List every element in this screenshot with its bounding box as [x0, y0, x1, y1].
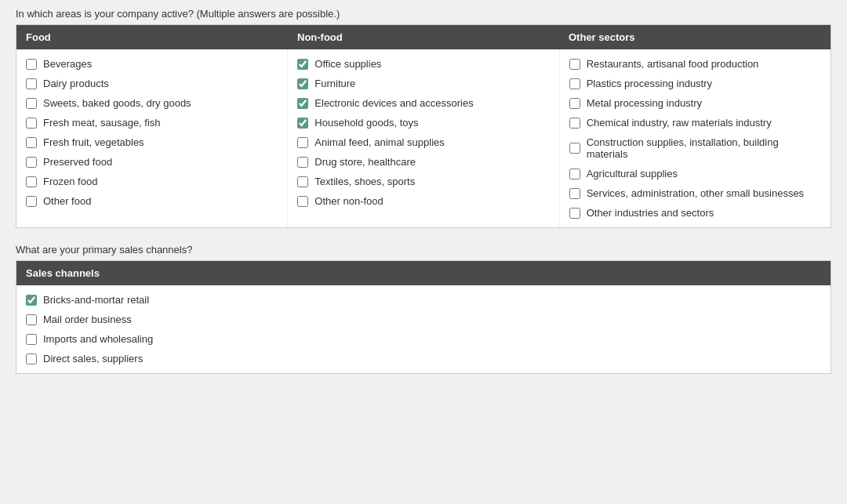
checkbox-item-animal-feed: Animal feed, animal supplies	[297, 132, 549, 152]
other-column-header: Other sectors	[559, 25, 831, 49]
checkbox-other-food[interactable]	[26, 196, 37, 207]
checkbox-other-nonfood[interactable]	[297, 196, 308, 207]
checkbox-item-other-nonfood: Other non-food	[297, 191, 549, 211]
sales-channels-header: Sales channels	[16, 261, 831, 285]
checkbox-mail-order[interactable]	[26, 314, 37, 325]
checkbox-item-imports-wholesaling: Imports and wholesaling	[26, 329, 821, 349]
checkbox-restaurants[interactable]	[569, 59, 580, 70]
checkbox-electronic[interactable]	[297, 98, 308, 109]
checkbox-preserved[interactable]	[26, 157, 37, 168]
checkbox-item-agricultural: Agricultural supplies	[569, 164, 821, 183]
checkbox-textiles[interactable]	[297, 176, 308, 187]
label-frozen[interactable]: Frozen food	[43, 176, 97, 187]
checkbox-household[interactable]	[297, 118, 308, 129]
food-column-header: Food	[16, 25, 288, 49]
checkbox-fresh-fruit[interactable]	[26, 137, 37, 148]
label-metal[interactable]: Metal processing industry	[587, 97, 702, 109]
checkbox-construction[interactable]	[569, 143, 580, 154]
checkbox-metal[interactable]	[569, 98, 580, 109]
checkbox-item-office-supplies: Office supplies	[297, 54, 549, 74]
checkbox-item-bricks-mortar: Bricks-and-mortar retail	[26, 290, 821, 310]
label-other-food[interactable]: Other food	[43, 195, 91, 207]
label-other-nonfood[interactable]: Other non-food	[314, 195, 383, 207]
checkbox-item-mail-order: Mail order business	[26, 310, 821, 329]
label-plastics[interactable]: Plastics processing industry	[587, 78, 712, 89]
label-restaurants[interactable]: Restaurants, artisanal food production	[587, 58, 759, 70]
checkbox-item-fresh-fruit: Fresh fruit, vegetables	[26, 132, 278, 152]
checkbox-bricks-mortar[interactable]	[26, 295, 37, 306]
label-animal-feed[interactable]: Animal feed, animal supplies	[314, 136, 444, 148]
label-textiles[interactable]: Textiles, shoes, sports	[314, 176, 415, 187]
checkbox-services[interactable]	[569, 188, 580, 199]
label-agricultural[interactable]: Agricultural supplies	[587, 168, 678, 179]
question1-text: In which areas is your company active? (…	[16, 8, 831, 20]
checkbox-item-direct-sales: Direct sales, suppliers	[26, 349, 821, 368]
checkbox-furniture[interactable]	[297, 78, 308, 89]
checkbox-item-other-industries: Other industries and sectors	[569, 203, 821, 223]
checkbox-animal-feed[interactable]	[297, 137, 308, 148]
checkbox-office-supplies[interactable]	[297, 59, 308, 70]
checkbox-item-plastics: Plastics processing industry	[569, 74, 821, 93]
label-chemical[interactable]: Chemical industry, raw materials industr…	[587, 117, 772, 129]
checkbox-item-beverages: Beverages	[26, 54, 278, 74]
checkbox-item-metal: Metal processing industry	[569, 93, 821, 113]
label-imports-wholesaling[interactable]: Imports and wholesaling	[43, 333, 153, 345]
checkbox-item-other-food: Other food	[26, 191, 278, 211]
checkbox-frozen[interactable]	[26, 176, 37, 187]
label-furniture[interactable]: Furniture	[314, 78, 355, 89]
label-office-supplies[interactable]: Office supplies	[314, 58, 381, 70]
label-electronic[interactable]: Electronic devices and accessories	[314, 97, 473, 109]
checkbox-item-restaurants: Restaurants, artisanal food production	[569, 54, 821, 74]
label-fresh-fruit[interactable]: Fresh fruit, vegetables	[43, 136, 144, 148]
checkbox-item-services: Services, administration, other small bu…	[569, 183, 821, 203]
checkbox-drug-store[interactable]	[297, 157, 308, 168]
checkbox-item-drug-store: Drug store, healthcare	[297, 152, 549, 172]
label-direct-sales[interactable]: Direct sales, suppliers	[43, 353, 143, 364]
label-drug-store[interactable]: Drug store, healthcare	[314, 156, 416, 168]
checkbox-sweets[interactable]	[26, 98, 37, 109]
other-col-body: Restaurants, artisanal food productionPl…	[560, 49, 831, 227]
label-bricks-mortar[interactable]: Bricks-and-mortar retail	[43, 294, 149, 306]
checkbox-item-frozen: Frozen food	[26, 172, 278, 191]
label-dairy[interactable]: Dairy products	[43, 78, 109, 89]
checkbox-direct-sales[interactable]	[26, 354, 37, 364]
checkbox-item-household: Household goods, toys	[297, 113, 549, 132]
question2-text: What are your primary sales channels?	[16, 244, 831, 256]
checkbox-beverages[interactable]	[26, 59, 37, 70]
label-mail-order[interactable]: Mail order business	[43, 314, 132, 325]
checkbox-item-construction: Construction supplies, installation, bui…	[569, 132, 821, 164]
label-fresh-meat[interactable]: Fresh meat, sausage, fish	[43, 117, 161, 129]
checkbox-item-chemical: Chemical industry, raw materials industr…	[569, 113, 821, 132]
nonfood-column-header: Non-food	[288, 25, 559, 49]
checkbox-plastics[interactable]	[569, 78, 580, 89]
label-sweets[interactable]: Sweets, baked goods, dry goods	[43, 97, 191, 109]
columns-body: BeveragesDairy productsSweets, baked goo…	[16, 49, 831, 227]
sales-channels-body: Bricks-and-mortar retailMail order busin…	[16, 285, 831, 373]
checkbox-item-dairy: Dairy products	[26, 74, 278, 93]
label-construction[interactable]: Construction supplies, installation, bui…	[587, 136, 821, 160]
columns-header: Food Non-food Other sectors	[16, 25, 831, 49]
label-services[interactable]: Services, administration, other small bu…	[587, 187, 804, 199]
checkbox-dairy[interactable]	[26, 78, 37, 89]
checkbox-agricultural[interactable]	[569, 169, 580, 179]
checkbox-item-electronic: Electronic devices and accessories	[297, 93, 549, 113]
nonfood-col-body: Office suppliesFurnitureElectronic devic…	[288, 49, 559, 227]
checkbox-chemical[interactable]	[569, 118, 580, 129]
label-preserved[interactable]: Preserved food	[43, 156, 112, 168]
checkbox-fresh-meat[interactable]	[26, 118, 37, 129]
label-household[interactable]: Household goods, toys	[314, 117, 418, 129]
checkbox-other-industries[interactable]	[569, 208, 580, 219]
food-col-body: BeveragesDairy productsSweets, baked goo…	[16, 49, 288, 227]
checkbox-item-furniture: Furniture	[297, 74, 549, 93]
checkbox-imports-wholesaling[interactable]	[26, 334, 37, 345]
checkbox-item-textiles: Textiles, shoes, sports	[297, 172, 549, 191]
checkbox-item-sweets: Sweets, baked goods, dry goods	[26, 93, 278, 113]
label-other-industries[interactable]: Other industries and sectors	[587, 207, 714, 219]
sales-channels-section: Sales channels Bricks-and-mortar retailM…	[16, 260, 831, 374]
checkbox-item-fresh-meat: Fresh meat, sausage, fish	[26, 113, 278, 132]
areas-section: Food Non-food Other sectors BeveragesDai…	[16, 24, 831, 228]
label-beverages[interactable]: Beverages	[43, 58, 92, 70]
checkbox-item-preserved: Preserved food	[26, 152, 278, 172]
